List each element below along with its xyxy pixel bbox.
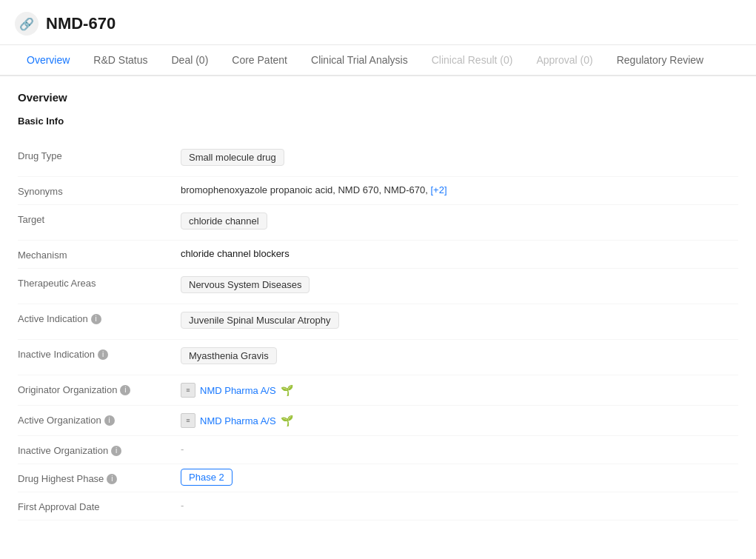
org-row: ≡NMD Pharma A/S🌱 (181, 383, 738, 398)
tab-r-d-status[interactable]: R&D Status (81, 45, 159, 76)
drug-title: NMD-670 (46, 14, 116, 33)
org-name[interactable]: NMD Pharma A/S (200, 385, 276, 396)
field-label: Originator Organizationi (18, 383, 181, 395)
field-value: Myasthenia Gravis (181, 347, 738, 367)
info-icon[interactable]: i (107, 474, 117, 484)
info-icon[interactable]: i (111, 446, 121, 456)
field-value: chloride channel (181, 212, 738, 232)
field-value: - (181, 443, 738, 455)
header: 🔗 NMD-670 (0, 0, 756, 45)
org-name[interactable]: NMD Pharma A/S (200, 415, 276, 426)
info-row: Originator Organizationi≡NMD Pharma A/S🌱 (18, 375, 738, 406)
field-label: Mechanism (18, 248, 181, 261)
info-icon[interactable]: i (91, 314, 101, 324)
synonyms-text: bromophenoxyazole propanoic acid, NMD 67… (181, 184, 430, 195)
tab-clinical-result-0-: Clinical Result (0) (420, 45, 525, 76)
field-label: Active Indicationi (18, 312, 181, 324)
phase-tag[interactable]: Phase 2 (181, 469, 233, 486)
field-label: Inactive Indicationi (18, 347, 181, 360)
info-row: Active Organizationi≡NMD Pharma A/S🌱 (18, 406, 738, 436)
info-row: Inactive Organizationi- (18, 436, 738, 464)
tag: Small molecule drug (181, 149, 284, 166)
logo-icon: 🔗 (15, 12, 39, 36)
tab-clinical-trial-analysis[interactable]: Clinical Trial Analysis (299, 45, 420, 76)
info-row: Inactive IndicationiMyasthenia Gravis (18, 340, 738, 375)
field-value: Juvenile Spinal Muscular Atrophy (181, 312, 738, 332)
field-value: Small molecule drug (181, 149, 738, 169)
field-value: chloride channel blockers (181, 248, 738, 259)
content-area: Overview Basic Info Drug TypeSmall molec… (0, 76, 756, 535)
info-row: Drug Highest PhaseiPhase 2 (18, 464, 738, 492)
org-growth-icon: 🌱 (281, 384, 293, 396)
field-label: Synonyms (18, 184, 181, 197)
field-label: Therapeutic Areas (18, 276, 181, 289)
info-row: Active IndicationiJuvenile Spinal Muscul… (18, 304, 738, 340)
tab-regulatory-review[interactable]: Regulatory Review (605, 45, 716, 76)
info-row: Therapeutic AreasNervous System Diseases (18, 269, 738, 304)
tab-approval-0-: Approval (0) (524, 45, 604, 76)
field-value: - (181, 500, 738, 511)
info-icon[interactable]: i (104, 415, 115, 426)
info-icon[interactable]: i (120, 385, 130, 395)
info-row: Synonymsbromophenoxyazole propanoic acid… (18, 177, 738, 205)
org-growth-icon: 🌱 (281, 415, 293, 426)
info-rows: Drug TypeSmall molecule drugSynonymsbrom… (18, 141, 738, 520)
field-label: Active Organizationi (18, 413, 181, 426)
tab-core-patent[interactable]: Core Patent (220, 45, 299, 76)
org-row: ≡NMD Pharma A/S🌱 (181, 413, 738, 428)
info-row: Targetchloride channel (18, 205, 738, 241)
tag: chloride channel (181, 212, 267, 230)
field-label: First Approval Date (18, 500, 181, 512)
info-row: Mechanismchloride channel blockers (18, 241, 738, 269)
tab-overview[interactable]: Overview (15, 45, 81, 76)
tab-deal-0-[interactable]: Deal (0) (160, 45, 221, 76)
org-logo: ≡ (181, 383, 195, 398)
field-label: Drug Highest Phasei (18, 472, 181, 484)
empty-value: - (181, 443, 184, 455)
synonyms-more-link[interactable]: [+2] (430, 184, 446, 195)
field-value: ≡NMD Pharma A/S🌱 (181, 383, 738, 398)
empty-value: - (181, 500, 184, 511)
tag: Juvenile Spinal Muscular Atrophy (181, 312, 339, 329)
info-icon[interactable]: i (98, 349, 108, 360)
field-value: Nervous System Diseases (181, 276, 738, 296)
field-value: ≡NMD Pharma A/S🌱 (181, 413, 738, 428)
info-row: Drug TypeSmall molecule drug (18, 141, 738, 177)
field-label: Inactive Organizationi (18, 443, 181, 456)
tag: Nervous System Diseases (181, 276, 310, 293)
field-label: Target (18, 212, 181, 225)
org-logo: ≡ (181, 413, 195, 428)
basic-info-title: Basic Info (18, 116, 738, 127)
section-title: Overview (18, 91, 738, 104)
field-value: bromophenoxyazole propanoic acid, NMD 67… (181, 184, 738, 195)
tag: Myasthenia Gravis (181, 347, 277, 364)
info-row: First Approval Date- (18, 492, 738, 520)
text-value: chloride channel blockers (181, 248, 290, 259)
tabs-bar: OverviewR&D StatusDeal (0)Core PatentCli… (0, 45, 756, 76)
field-label: Drug Type (18, 149, 181, 161)
field-value: Phase 2 (181, 472, 738, 483)
